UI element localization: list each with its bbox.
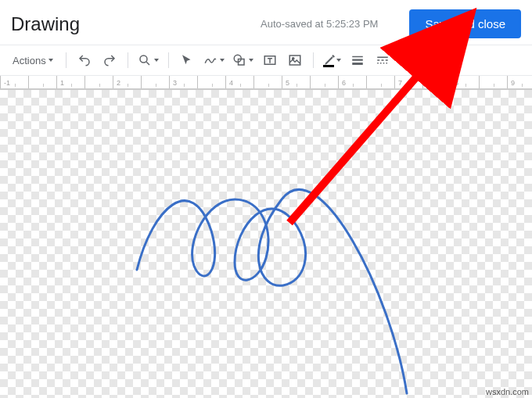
- svg-rect-8: [352, 63, 363, 65]
- svg-rect-15: [383, 63, 384, 64]
- chevron-down-icon: [249, 59, 253, 62]
- separator: [313, 52, 314, 68]
- svg-rect-12: [385, 59, 387, 61]
- svg-point-5: [292, 58, 293, 59]
- line-start-button[interactable]: [396, 48, 419, 72]
- shape-tool-button[interactable]: [229, 48, 257, 72]
- line-dash-icon: [376, 53, 390, 67]
- ruler-tick: 8: [451, 76, 479, 88]
- ruler-tick: [141, 76, 169, 88]
- ruler-tick: [422, 76, 451, 88]
- redo-icon: [102, 53, 117, 67]
- page-title: Drawing: [11, 13, 80, 35]
- redo-button[interactable]: [98, 48, 121, 72]
- ruler-tick: 9: [507, 76, 532, 88]
- watermark: wsxdn.com: [486, 387, 529, 396]
- svg-rect-11: [381, 59, 383, 61]
- ruler-tick: [253, 76, 282, 88]
- chevron-down-icon: [154, 59, 159, 62]
- actions-label: Actions: [13, 55, 46, 66]
- ruler-tick: 6: [338, 76, 366, 88]
- save-and-close-button[interactable]: Save and close: [409, 9, 521, 38]
- zoom-button[interactable]: [135, 48, 162, 72]
- separator: [66, 52, 66, 68]
- autosave-status: Auto-saved at 5:25:23 PM: [261, 18, 378, 30]
- scribble-drawing: [0, 90, 532, 398]
- line-end-icon: [426, 53, 440, 67]
- line-weight-icon: [350, 53, 365, 67]
- chevron-down-icon: [49, 59, 53, 62]
- textbox-tool-button[interactable]: [258, 48, 282, 72]
- ruler-tick: 7: [394, 76, 422, 88]
- line-end-button[interactable]: [421, 48, 444, 72]
- line-weight-button[interactable]: [346, 48, 369, 72]
- cursor-icon: [180, 53, 194, 67]
- drawing-canvas[interactable]: [0, 90, 532, 398]
- ruler-tick: [197, 76, 225, 88]
- chevron-down-icon: [220, 59, 225, 62]
- zoom-icon: [138, 53, 152, 67]
- image-icon: [288, 53, 302, 67]
- ruler-tick: -1: [0, 76, 28, 88]
- ruler-tick: [310, 76, 338, 88]
- ruler-tick: 2: [113, 76, 141, 88]
- undo-button[interactable]: [73, 48, 96, 72]
- header: Drawing Auto-saved at 5:25:23 PM Save an…: [0, 0, 532, 45]
- svg-rect-10: [377, 59, 379, 61]
- ruler-tick: [84, 76, 113, 88]
- image-tool-button[interactable]: [283, 48, 307, 72]
- line-color-button[interactable]: [320, 48, 344, 72]
- scribble-icon: [203, 53, 217, 67]
- ruler-tick: [479, 76, 507, 88]
- undo-icon: [77, 53, 92, 67]
- svg-rect-9: [377, 57, 388, 59]
- ruler-tick: 3: [169, 76, 197, 88]
- separator: [128, 52, 128, 68]
- svg-rect-6: [352, 56, 363, 58]
- svg-rect-13: [377, 63, 379, 64]
- ruler-tick: 5: [282, 76, 310, 88]
- separator: [168, 52, 169, 68]
- svg-rect-16: [386, 63, 387, 64]
- ruler-tick: [28, 76, 56, 88]
- ruler-tick: [366, 76, 394, 88]
- scribble-tool-button[interactable]: [200, 48, 228, 72]
- ruler-tick: 4: [225, 76, 253, 88]
- line-start-icon: [401, 53, 415, 67]
- select-tool-button[interactable]: [175, 48, 199, 72]
- toolbar: Actions: [0, 45, 532, 76]
- shape-icon: [232, 53, 246, 67]
- svg-point-0: [140, 56, 147, 63]
- svg-rect-7: [352, 59, 363, 61]
- line-dash-button[interactable]: [371, 48, 394, 72]
- pen-icon: [323, 52, 334, 69]
- textbox-icon: [263, 53, 277, 67]
- actions-menu-button[interactable]: Actions: [6, 48, 59, 72]
- horizontal-ruler: -1123456789101112131415161718: [0, 76, 532, 90]
- svg-rect-14: [380, 63, 382, 64]
- ruler-tick: 1: [56, 76, 84, 88]
